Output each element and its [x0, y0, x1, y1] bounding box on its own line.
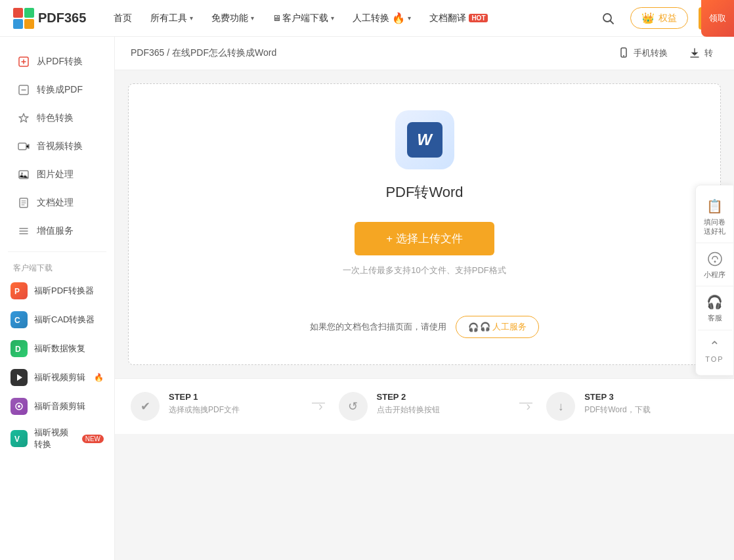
- search-button[interactable]: [596, 7, 620, 30]
- quanyi-button[interactable]: 👑 权益: [630, 7, 688, 29]
- back-to-top-button[interactable]: ⌃ TOP: [697, 330, 731, 370]
- nav-client-download[interactable]: 🖥 客户端下载 ▾: [265, 9, 342, 28]
- lingqu-button[interactable]: 领取: [701, 0, 734, 37]
- survey-button[interactable]: 📋 填问卷送好礼: [696, 190, 733, 244]
- svg-point-13: [18, 405, 20, 408]
- mobile-icon: [618, 47, 630, 59]
- headset-icon: 🎧: [706, 293, 724, 312]
- main-layout: 从PDF转换 转换成PDF 特色转换 音视频转换 图片处理: [0, 37, 734, 560]
- svg-point-6: [21, 173, 23, 175]
- chevron-down-icon: ▾: [251, 14, 254, 22]
- breadcrumb-bar: PDF365 / 在线PDF怎么转换成Word 手机转换 转: [115, 37, 734, 70]
- nav-items: 首页 所有工具 ▾ 免费功能 ▾ 🖥 客户端下载 ▾ 人工转换 🔥 ▾ 文档翻译…: [106, 8, 596, 28]
- sidebar-divider: [8, 251, 106, 252]
- top-label: TOP: [705, 355, 723, 363]
- headset-icon: 🎧: [468, 322, 479, 332]
- fire-badge: 🔥: [94, 373, 104, 382]
- from-pdf-icon: [17, 55, 30, 68]
- sidebar-item-special-convert[interactable]: 特色转换: [4, 104, 110, 132]
- foxit-vconv-icon: V: [11, 430, 28, 447]
- foxit-cad-icon: C: [11, 311, 28, 328]
- nav-home[interactable]: 首页: [106, 9, 140, 28]
- step-2: ↺ STEP 2 点击开始转换按钮: [323, 392, 527, 421]
- sidebar-foxit-video[interactable]: 福昕视频剪辑 🔥: [0, 363, 114, 392]
- crown-icon: 👑: [641, 12, 655, 24]
- download-convert-button[interactable]: 转: [683, 45, 718, 62]
- svg-line-1: [611, 20, 614, 24]
- tool-area: PDF转Word + 选择上传文件 一次上传最多支持10个文件、支持PDF格式 …: [128, 83, 721, 365]
- sidebar-item-to-pdf[interactable]: 转换成PDF: [4, 76, 110, 104]
- sidebar: 从PDF转换 转换成PDF 特色转换 音视频转换 图片处理: [0, 37, 115, 560]
- step2-desc: 点击开始转换按钮: [377, 404, 440, 416]
- sidebar-item-image-process[interactable]: 图片处理: [4, 161, 110, 188]
- sidebar-item-av-convert[interactable]: 音视频转换: [4, 133, 110, 160]
- miniapp-button[interactable]: 小程序: [696, 244, 733, 287]
- human-service-button[interactable]: 🎧 🎧 人工服务: [456, 316, 540, 338]
- breadcrumb: PDF365 / 在线PDF怎么转换成Word: [131, 47, 276, 59]
- sidebar-foxit-vconv[interactable]: V 福昕视频转换 NEW: [0, 421, 114, 456]
- step1-icon: ✔: [131, 392, 160, 421]
- mobile-convert-button[interactable]: 手机转换: [613, 45, 673, 62]
- sidebar-foxit-audio[interactable]: 福昕音频剪辑: [0, 392, 114, 421]
- step2-label: STEP 2: [377, 392, 440, 402]
- desktop-icon: 🖥: [272, 13, 281, 23]
- value-service-icon: [17, 225, 30, 238]
- logo-text: PDF365: [38, 11, 86, 26]
- nav-all-tools[interactable]: 所有工具 ▾: [142, 9, 201, 28]
- tool-icon-wrapper: [395, 110, 454, 169]
- download-icon: [689, 47, 701, 59]
- miniapp-icon: [706, 250, 724, 269]
- upload-button[interactable]: + 选择上传文件: [355, 222, 494, 255]
- step-1: ✔ STEP 1 选择或拖拽PDF文件: [115, 392, 318, 421]
- svg-rect-4: [18, 143, 26, 150]
- step3-desc: PDF转Word，下载: [584, 404, 650, 416]
- top-arrow-icon: ⌃: [705, 337, 723, 355]
- miniapp-label: 小程序: [704, 270, 725, 280]
- sidebar-item-doc-process[interactable]: 文档处理: [4, 189, 110, 217]
- sidebar-foxit-data[interactable]: D 福昕数据恢复: [0, 334, 114, 363]
- svg-point-18: [714, 261, 716, 263]
- word-icon: [407, 122, 443, 158]
- av-convert-icon: [17, 140, 30, 153]
- right-float-panel: 📋 填问卷送好礼 小程序 🎧 客服 ⌃ TOP: [695, 184, 734, 376]
- steps-bar: ✔ STEP 1 选择或拖拽PDF文件 › ↺ STEP 2 点击开始转换按钮 …: [115, 378, 734, 434]
- human-service-bar: 如果您的文档包含扫描页面，请使用 🎧 🎧 人工服务: [310, 316, 540, 338]
- image-process-icon: [17, 168, 30, 181]
- svg-text:P: P: [14, 287, 20, 296]
- client-section-title: 客户端下载: [0, 259, 114, 276]
- foxit-audio-icon: [11, 398, 28, 415]
- svg-text:D: D: [15, 345, 21, 354]
- sidebar-item-from-pdf[interactable]: 从PDF转换: [4, 48, 110, 75]
- main-content: PDF365 / 在线PDF怎么转换成Word 手机转换 转 PDF转Word …: [115, 37, 734, 560]
- upload-hint: 一次上传最多支持10个文件、支持PDF格式: [343, 265, 506, 276]
- to-pdf-icon: [17, 83, 30, 97]
- step1-label: STEP 1: [169, 392, 240, 402]
- hot-badge: HOT: [469, 14, 488, 22]
- sidebar-foxit-pdf[interactable]: P 福昕PDF转换器: [0, 276, 114, 305]
- logo-icon: [13, 8, 34, 29]
- chevron-down-icon: ▾: [331, 14, 334, 22]
- nav-doc-translate[interactable]: 文档翻译 HOT: [421, 9, 496, 28]
- chevron-down-icon: ▾: [190, 14, 193, 22]
- breadcrumb-actions: 手机转换 转: [613, 45, 718, 62]
- special-convert-icon: [17, 112, 30, 125]
- foxit-data-icon: D: [11, 340, 28, 357]
- logo-area[interactable]: PDF365: [13, 8, 86, 29]
- survey-label: 填问卷送好礼: [704, 217, 725, 236]
- nav-free-features[interactable]: 免费功能 ▾: [204, 9, 262, 28]
- step3-icon: ↓: [546, 392, 575, 421]
- new-badge: NEW: [82, 435, 104, 443]
- doc-process-icon: [17, 196, 30, 209]
- step-arrow-1: ›: [318, 398, 323, 414]
- svg-text:V: V: [14, 435, 20, 444]
- survey-icon: 📋: [706, 197, 724, 215]
- sidebar-foxit-cad[interactable]: C 福昕CAD转换器: [0, 305, 114, 334]
- customer-service-button[interactable]: 🎧 客服: [698, 287, 732, 330]
- chevron-down-icon: ▾: [408, 14, 411, 22]
- tool-title: PDF转Word: [385, 183, 463, 202]
- step1-desc: 选择或拖拽PDF文件: [169, 404, 240, 416]
- svg-point-16: [623, 55, 624, 56]
- nav-manual-convert[interactable]: 人工转换 🔥 ▾: [345, 8, 419, 28]
- sidebar-item-value-service[interactable]: 增值服务: [4, 217, 110, 245]
- step-3: ↓ STEP 3 PDF转Word，下载: [530, 392, 734, 421]
